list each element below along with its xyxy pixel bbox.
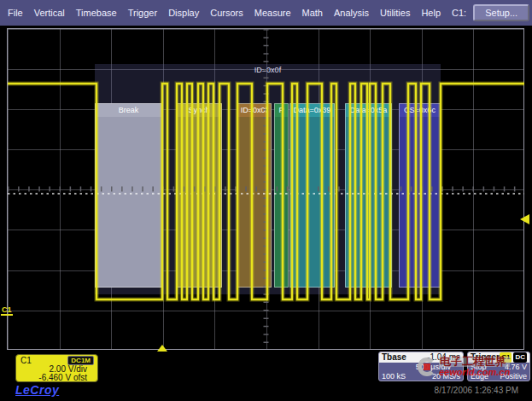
c1-offset-marker[interactable]: C1 bbox=[1, 305, 13, 316]
decode-segment-data-0x5a: Data=0x5a bbox=[345, 103, 392, 288]
decode-segment-label: Synch bbox=[177, 104, 221, 117]
decode-segment-data-0x39: Data=0x39 bbox=[289, 103, 335, 288]
menu-help[interactable]: Help bbox=[421, 8, 441, 18]
menu-file[interactable]: File bbox=[8, 8, 23, 18]
decode-segment-break: Break bbox=[95, 103, 162, 288]
decode-segment-label: CS=0x6c bbox=[400, 104, 440, 117]
menu-analysis[interactable]: Analysis bbox=[334, 8, 369, 18]
decode-segment-id-0x0f: ID=0x0f bbox=[237, 103, 272, 288]
menu-cursors[interactable]: Cursors bbox=[210, 8, 243, 18]
menu-utilities[interactable]: Utilities bbox=[380, 8, 410, 18]
menu-vertical[interactable]: Vertical bbox=[34, 8, 65, 18]
eeworld-logo-icon bbox=[418, 357, 436, 376]
menu-measure[interactable]: Measure bbox=[254, 8, 291, 18]
datetime-display: 8/17/2006 1:26:43 PM bbox=[435, 386, 518, 395]
lecroy-logo: LeCroy bbox=[15, 383, 59, 397]
decode-segment-cs-0x6c: CS=0x6c bbox=[399, 103, 441, 288]
decode-segment-label: Break bbox=[96, 104, 161, 117]
decode-segment-label: P bbox=[275, 104, 288, 117]
setup-button[interactable]: Setup... bbox=[473, 4, 529, 21]
watermark-url: eeworld.com.cn bbox=[439, 367, 510, 377]
menu-trigger[interactable]: Trigger bbox=[128, 8, 157, 18]
timebase-title: Tbase bbox=[382, 352, 406, 363]
decode-frame-id-label: ID=0x0f bbox=[95, 66, 441, 74]
menu-bar: File Vertical Timebase Trigger Display C… bbox=[0, 0, 532, 26]
oscilloscope-screen: File Vertical Timebase Trigger Display C… bbox=[0, 0, 532, 401]
timebase-samples: 100 kS bbox=[382, 372, 406, 381]
decode-segment-p: P bbox=[274, 103, 289, 288]
menu-display[interactable]: Display bbox=[168, 8, 199, 18]
channel-c1-descriptor[interactable]: C1 DC1M 2.00 V/div -6.460 V ofst bbox=[15, 354, 98, 382]
eeworld-watermark: 电子工程世界 eeworld.com.cn bbox=[418, 357, 530, 377]
decode-segment-synch: Synch bbox=[176, 103, 222, 288]
menu-timebase[interactable]: Timebase bbox=[76, 8, 117, 18]
decode-segment-label: Data=0x39 bbox=[290, 104, 334, 117]
decode-segment-label: Data=0x5a bbox=[346, 104, 391, 117]
watermark-chinese-text: 电子工程世界 bbox=[439, 357, 510, 367]
decode-segment-label: ID=0x0f bbox=[237, 104, 271, 117]
active-channel-label: C1: bbox=[452, 8, 466, 18]
menu-math[interactable]: Math bbox=[302, 8, 323, 18]
channel-name: C1 bbox=[20, 356, 32, 365]
channel-offset: -6.460 V ofst bbox=[20, 374, 94, 382]
